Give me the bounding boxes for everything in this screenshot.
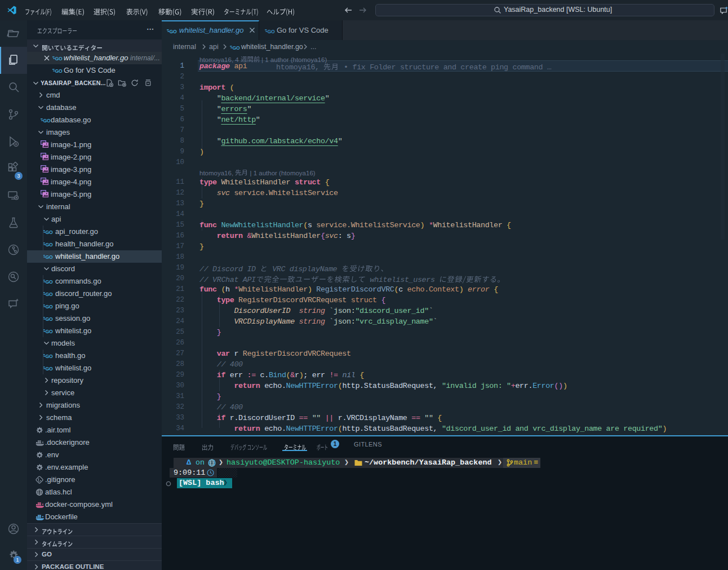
svg-text:GO: GO <box>46 304 53 310</box>
svg-text:GO: GO <box>46 316 53 322</box>
svg-text:GO: GO <box>268 29 275 34</box>
svg-text:GO: GO <box>43 118 51 123</box>
svg-text:GO: GO <box>55 56 63 61</box>
svg-text:GO: GO <box>46 329 53 334</box>
svg-text:GO: GO <box>170 29 177 34</box>
svg-text:GO: GO <box>55 68 63 74</box>
svg-text:GO: GO <box>46 279 53 285</box>
svg-text:GO: GO <box>46 229 53 235</box>
svg-text:GO: GO <box>46 242 53 248</box>
svg-text:GO: GO <box>46 354 53 359</box>
svg-text:GO: GO <box>46 366 53 372</box>
svg-text:GO: GO <box>46 291 53 297</box>
svg-text:GO: GO <box>233 45 240 51</box>
svg-text:GO: GO <box>46 254 53 260</box>
